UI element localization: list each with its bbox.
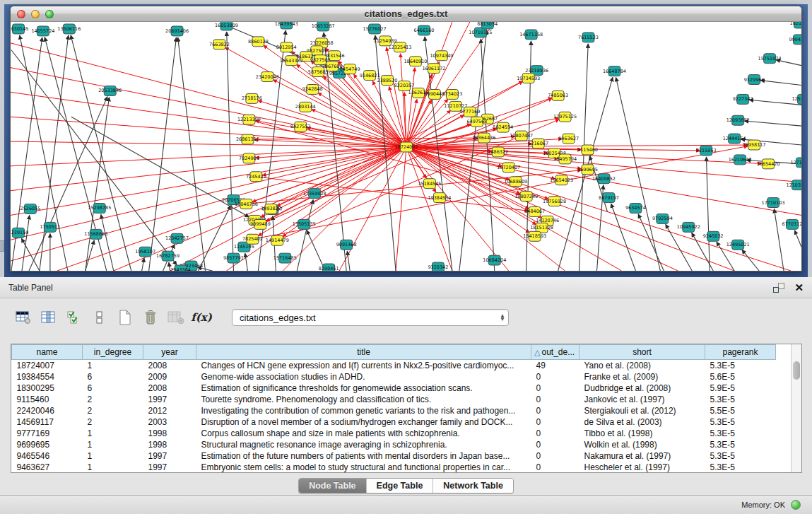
graph-node[interactable]: 11568663 bbox=[84, 229, 107, 239]
cell[interactable]: Estimation of the future numbers of pati… bbox=[196, 450, 531, 462]
network-window[interactable]: citations_edges.txt 20301451405572413506… bbox=[10, 6, 802, 271]
cell[interactable]: 9777169 bbox=[12, 428, 83, 439]
graph-node[interactable]: 9227342 bbox=[733, 94, 753, 104]
graph-node[interactable]: 12213399 bbox=[237, 115, 261, 124]
column-header-name[interactable]: name bbox=[12, 345, 83, 360]
graph-node[interactable]: 20364436 bbox=[472, 133, 495, 143]
graph-node[interactable]: 9242848 bbox=[302, 84, 323, 94]
graph-node[interactable]: 2718176 bbox=[242, 93, 262, 103]
table-row[interactable]: 1456911722003Disruption of a novel membe… bbox=[12, 416, 776, 428]
cell[interactable]: 0 bbox=[531, 394, 579, 405]
cell[interactable]: 18300295 bbox=[12, 382, 83, 394]
cell[interactable]: Franke et al. (2009) bbox=[579, 371, 705, 382]
cell[interactable]: 5.3E-5 bbox=[705, 450, 776, 462]
graph-node[interactable]: 8220357 bbox=[394, 81, 415, 91]
graph-node[interactable]: 8215953 bbox=[696, 146, 717, 156]
graph-node[interactable]: 19734593 bbox=[517, 74, 540, 83]
graph-node[interactable]: 15046756 bbox=[235, 199, 258, 209]
cell[interactable]: Structural magnetic resonance image aver… bbox=[196, 439, 531, 450]
cell[interactable]: 9699695 bbox=[12, 439, 83, 450]
column-header-short[interactable]: short bbox=[579, 345, 705, 360]
cell[interactable]: 5.9E-5 bbox=[705, 382, 776, 394]
graph-node[interactable]: 9994325 bbox=[789, 35, 801, 45]
graph-node[interactable]: 14671358 bbox=[519, 30, 543, 40]
graph-node[interactable]: 9792594 bbox=[652, 214, 673, 223]
graph-node[interactable]: 10945922 bbox=[677, 222, 700, 232]
tab-node-table[interactable]: Node Table bbox=[299, 479, 365, 493]
cell[interactable]: 19384554 bbox=[12, 371, 83, 382]
graph-node[interactable]: 6770312 bbox=[782, 219, 801, 229]
zoom-window-button[interactable] bbox=[45, 10, 54, 18]
graph-node[interactable]: 9320342 bbox=[428, 262, 448, 271]
scrollbar-thumb[interactable] bbox=[793, 361, 800, 380]
graph-node[interactable]: 9091468 bbox=[336, 240, 357, 250]
new-table-icon[interactable] bbox=[114, 307, 136, 328]
delete-column-icon[interactable] bbox=[140, 307, 161, 328]
cell[interactable]: 18724007 bbox=[12, 360, 83, 371]
table-vertical-scrollbar[interactable] bbox=[791, 344, 801, 472]
graph-node[interactable]: 18439543 bbox=[275, 22, 298, 29]
cell[interactable]: Yano et al. (2008) bbox=[579, 360, 705, 371]
select-columns-icon[interactable] bbox=[64, 307, 85, 328]
table-row[interactable]: 1938455462009Genome-wide association stu… bbox=[12, 371, 776, 382]
graph-node[interactable]: 16782759 bbox=[156, 251, 180, 261]
cell[interactable]: 5.5E-5 bbox=[705, 405, 776, 416]
cell[interactable]: 0 bbox=[531, 439, 579, 450]
cell[interactable]: 0 bbox=[531, 450, 579, 462]
cell[interactable]: Jankovic et al. (1997) bbox=[579, 394, 705, 405]
cell[interactable]: 1997 bbox=[143, 394, 196, 405]
graph-node[interactable]: 9463627 bbox=[558, 134, 579, 144]
graph-node[interactable]: 9329966 bbox=[744, 75, 765, 85]
cell[interactable]: 5.3E-5 bbox=[705, 428, 776, 439]
cell[interactable]: Tourette syndrome. Phenomenology and cla… bbox=[196, 394, 531, 405]
graph-node[interactable]: 14055724 bbox=[31, 26, 54, 36]
graph-node[interactable]: 12712233 bbox=[790, 158, 801, 168]
table-row[interactable]: 946554611997Estimation of the future num… bbox=[12, 450, 776, 462]
graph-node[interactable]: 16648784 bbox=[603, 66, 626, 76]
cell[interactable]: Hescheler et al. (1997) bbox=[579, 462, 705, 473]
cell[interactable]: 2003 bbox=[143, 416, 196, 428]
cell[interactable]: 9463627 bbox=[12, 462, 83, 473]
graph-node[interactable]: 8679197 bbox=[599, 193, 619, 203]
table-settings-icon[interactable] bbox=[13, 307, 34, 328]
cell[interactable]: 2008 bbox=[143, 360, 196, 371]
column-header-title[interactable]: title bbox=[196, 345, 531, 360]
graph-node[interactable]: 15958117 bbox=[743, 140, 766, 150]
table-row[interactable]: 1872400712008Changes of HCN gene express… bbox=[12, 360, 776, 371]
cell[interactable]: 14569117 bbox=[12, 416, 83, 428]
graph-node[interactable]: 18640910 bbox=[404, 57, 427, 66]
close-window-button[interactable] bbox=[17, 10, 25, 18]
graph-node[interactable]: 9634574 bbox=[625, 204, 646, 214]
column-header-out_de[interactable]: △out_de... bbox=[531, 345, 579, 360]
cell[interactable]: 5.3E-5 bbox=[705, 394, 776, 405]
graph-node[interactable]: 26861310 bbox=[236, 134, 259, 144]
cell[interactable]: 1997 bbox=[143, 462, 196, 473]
graph-node[interactable]: 19384554 bbox=[428, 193, 451, 203]
cell[interactable]: de Silva et al. (2003) bbox=[579, 416, 705, 428]
graph-node[interactable]: 12342757 bbox=[165, 233, 189, 243]
table-row[interactable]: 2242004622012Investigating the contribut… bbox=[12, 405, 776, 416]
cell[interactable]: Investigating the contribution of common… bbox=[196, 405, 531, 416]
graph-node[interactable]: 8860128 bbox=[248, 37, 269, 47]
cell[interactable]: 1998 bbox=[143, 439, 196, 450]
cell[interactable]: 5.3E-5 bbox=[705, 416, 776, 428]
cell[interactable]: 6 bbox=[83, 371, 143, 382]
cell[interactable]: Tibbo et al. (1998) bbox=[579, 428, 705, 439]
graph-node[interactable]: 16654420 bbox=[757, 159, 780, 169]
cell[interactable]: 1 bbox=[83, 450, 143, 462]
cell[interactable]: 2012 bbox=[143, 405, 196, 416]
graph-node[interactable]: 19756928 bbox=[543, 197, 566, 206]
graph-node[interactable]: 18807249 bbox=[514, 192, 538, 201]
cell[interactable]: 1 bbox=[83, 462, 143, 473]
graph-node[interactable]: 23420046 bbox=[256, 72, 279, 82]
cell[interactable]: 49 bbox=[531, 360, 579, 371]
graph-node[interactable]: 19654923 bbox=[550, 175, 573, 185]
cell[interactable]: Nakamura et al. (1997) bbox=[579, 450, 705, 462]
graph-node[interactable]: 10653287 bbox=[312, 22, 335, 31]
graph-node[interactable]: 17710103 bbox=[762, 198, 785, 208]
graph-node[interactable]: 7663822 bbox=[209, 40, 230, 49]
cell[interactable]: 9115460 bbox=[12, 394, 83, 405]
cell[interactable]: 1 bbox=[83, 428, 143, 439]
graph-node[interactable]: 9115460 bbox=[577, 145, 598, 155]
cell[interactable]: 0 bbox=[531, 382, 579, 394]
